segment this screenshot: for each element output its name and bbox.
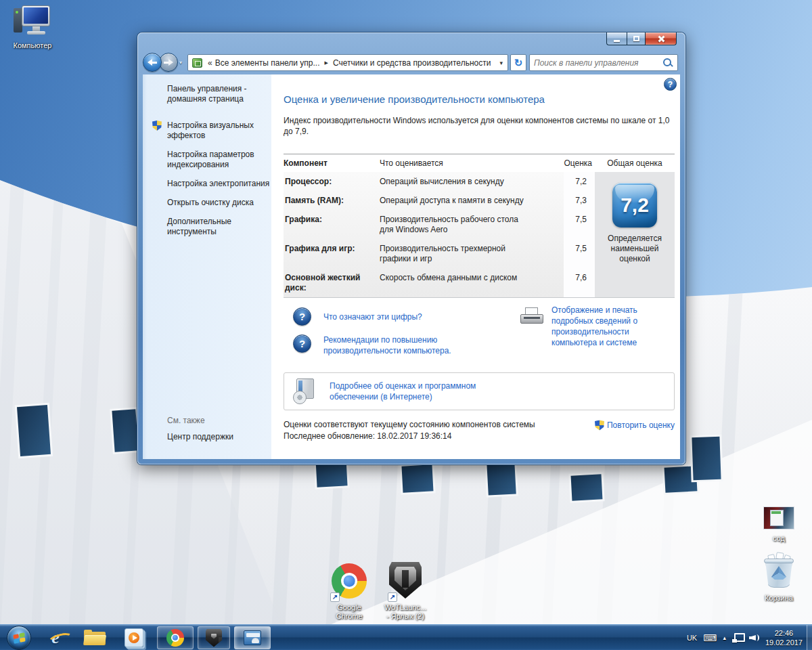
- sidebar-item-action-center[interactable]: Центр поддержки: [167, 432, 233, 441]
- table-row-score: 7,6: [564, 268, 595, 297]
- keyboard-icon[interactable]: ⌨: [703, 632, 717, 643]
- breadcrumb[interactable]: « Все элементы панели упр... ▶ Счетчики …: [187, 54, 508, 71]
- help-circle-icon[interactable]: ?: [293, 307, 311, 326]
- table-row-score: 7,5: [564, 210, 595, 239]
- volume-icon[interactable]: [749, 633, 759, 643]
- column-header-score: Оценка: [564, 158, 595, 168]
- control-panel-window: ▾ « Все элементы панели упр... ▶ Счетчик…: [137, 32, 685, 464]
- sidebar-item-advanced-tools[interactable]: Дополнительные инструменты: [167, 217, 275, 237]
- breadcrumb-separator-icon[interactable]: ▶: [325, 60, 328, 66]
- chrome-icon: [166, 629, 184, 647]
- taskbar-item-wot[interactable]: [198, 626, 230, 649]
- table-row-component: Графика для игр:: [284, 239, 380, 268]
- desktop-icon-label: Компьютер: [1, 41, 64, 50]
- windows-flag-icon: [13, 632, 25, 643]
- maximize-icon: [633, 36, 639, 41]
- close-icon: [657, 35, 665, 43]
- printer-icon: [520, 307, 543, 326]
- search-box: [529, 54, 678, 71]
- show-desktop-button[interactable]: [807, 625, 812, 650]
- table-row-score: 7,3: [564, 191, 595, 210]
- shortcut-arrow-icon: ↗: [388, 592, 397, 602]
- system-tray: UK ⌨ ▴ 22:46 19.02.2017: [687, 625, 803, 650]
- table-row-what: Производительность рабочего стола для Wi…: [380, 210, 532, 239]
- desktop-icon-label: сод: [752, 534, 805, 543]
- desktop: { "icons": { "question_glyph": "?", "ref…: [0, 0, 812, 650]
- desktop-icon-chrome[interactable]: ↗ Google Chrome: [323, 563, 375, 621]
- clock[interactable]: 22:46 19.02.2017: [765, 628, 803, 647]
- learn-more-box: Подробнее об оценках и программном обесп…: [284, 372, 675, 410]
- help-circle-icon[interactable]: ?: [293, 334, 311, 353]
- forward-button[interactable]: [159, 53, 178, 72]
- print-details-link[interactable]: Отображение и печать подробных сведений …: [551, 305, 675, 348]
- start-button[interactable]: [7, 626, 31, 650]
- recommendations-link[interactable]: Рекомендации по повышению производительн…: [323, 334, 476, 356]
- table-row-what: Производительность трехмерной графики и …: [380, 239, 532, 268]
- back-button[interactable]: [143, 53, 162, 72]
- software-box-icon: [293, 378, 317, 404]
- taskbar-item-chrome[interactable]: [157, 626, 194, 649]
- sidebar-item-power[interactable]: Настройка электропитания: [167, 179, 275, 189]
- desktop-icon-label: WoTLaunc...: [376, 603, 434, 612]
- forward-arrow-icon: [164, 59, 173, 66]
- table-row-score: 7,2: [564, 172, 595, 191]
- breadcrumb-root[interactable]: Все элементы панели упр...: [215, 58, 320, 68]
- close-button[interactable]: [646, 32, 677, 45]
- desktop-icon-computer[interactable]: Компьютер: [1, 5, 64, 50]
- table-row-component: Графика:: [284, 210, 380, 239]
- page-description: Индекс производительности Windows исполь…: [284, 115, 675, 137]
- base-score-badge: 7,2: [612, 183, 657, 228]
- sidebar-item-visual-effects[interactable]: Настройка визуальных эффектов: [167, 121, 275, 141]
- rerun-assessment-button[interactable]: Повторить оценку: [595, 420, 675, 431]
- desktop-icon-label: - Ярлык (2): [376, 612, 434, 621]
- breadcrumb-current[interactable]: Счетчики и средства производительности: [333, 58, 491, 68]
- what-numbers-link[interactable]: Что означают эти цифры?: [323, 311, 422, 322]
- maximize-button[interactable]: [627, 32, 646, 45]
- refresh-button[interactable]: ↻: [510, 54, 526, 71]
- minimize-icon: [614, 40, 620, 42]
- minimize-button[interactable]: [606, 32, 627, 45]
- address-dropdown-icon[interactable]: ▾: [497, 60, 505, 66]
- search-input[interactable]: [530, 58, 662, 68]
- recent-pages-dropdown[interactable]: ▾: [179, 60, 182, 66]
- desktop-icon-wot[interactable]: ↗ WoTLaunc... - Ярлык (2): [376, 562, 434, 621]
- sidebar-item-home[interactable]: Панель управления - домашняя страница: [167, 84, 275, 104]
- network-icon[interactable]: [732, 633, 743, 643]
- performance-window-icon: [244, 630, 261, 645]
- taskbar-item-performance-window[interactable]: [234, 626, 271, 649]
- table-row-what: Скорость обмена данными с диском: [380, 268, 532, 297]
- caption-buttons: [606, 32, 677, 45]
- learn-more-link[interactable]: Подробнее об оценках и программном обесп…: [330, 381, 499, 402]
- overall-score-cell: 7,2 Определяется наименьшей оценкой: [595, 172, 675, 297]
- taskbar-item-ie[interactable]: e: [41, 625, 70, 650]
- sidebar-item-disk-cleanup[interactable]: Открыть очистку диска: [167, 198, 275, 208]
- last-update-line: Последнее обновление: 18.02.2017 19:36:1…: [284, 431, 535, 442]
- window-titlebar[interactable]: [137, 32, 685, 53]
- base-score-caption: Определяется наименьшей оценкой: [602, 234, 667, 264]
- task-pane: Панель управления - домашняя страница На…: [143, 74, 271, 459]
- navigation-bar: ▾ « Все элементы панели упр... ▶ Счетчик…: [137, 53, 685, 73]
- taskbar-item-explorer[interactable]: [80, 625, 110, 650]
- column-header-what: Что оценивается: [380, 158, 564, 168]
- desktop-icon-sod[interactable]: сод: [752, 506, 805, 543]
- breadcrumb-overflow-icon[interactable]: «: [208, 58, 212, 68]
- image-file-icon: [763, 506, 794, 529]
- taskbar-item-wmp[interactable]: [119, 625, 149, 650]
- table-row-component: Процессор:: [284, 172, 380, 191]
- scores-table: Компонент Что оценивается Оценка Общая о…: [284, 154, 675, 298]
- language-indicator[interactable]: UK: [687, 634, 697, 642]
- media-player-icon: [125, 628, 143, 647]
- table-row-component: Основной жесткий диск:: [284, 268, 380, 297]
- column-header-component: Компонент: [284, 158, 380, 168]
- main-panel: ? Оценка и увеличение производительности…: [271, 74, 680, 459]
- desktop-icon-recycle-bin[interactable]: Корзина: [750, 554, 808, 603]
- sidebar-item-indexing[interactable]: Настройка параметров индексирования: [167, 150, 275, 170]
- recycle-bin-icon: [764, 554, 794, 589]
- desktop-icon-label: Google: [323, 603, 375, 612]
- internet-explorer-icon: e: [51, 628, 60, 648]
- search-icon[interactable]: [662, 58, 673, 68]
- hidden-icons-button[interactable]: ▴: [723, 634, 726, 641]
- uac-shield-icon: [152, 121, 162, 131]
- help-button[interactable]: ?: [664, 78, 677, 91]
- desktop-icon-label: Корзина: [750, 594, 808, 603]
